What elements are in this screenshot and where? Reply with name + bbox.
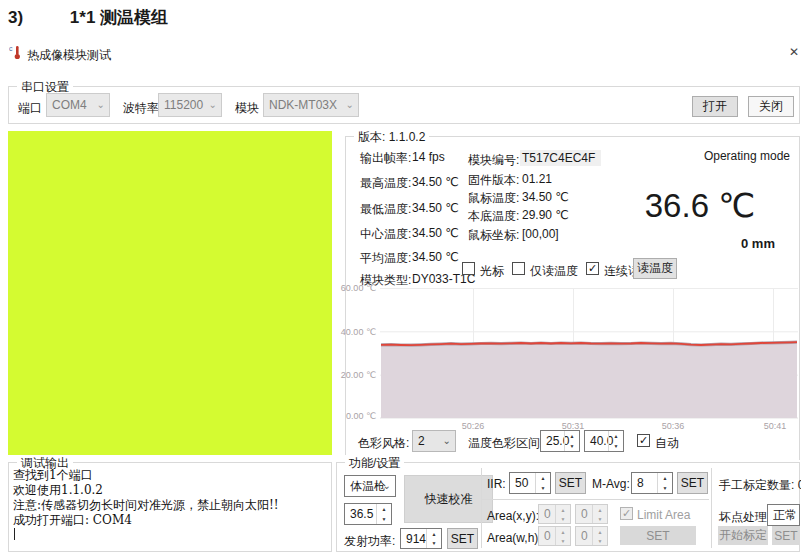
spin-down-icon: ▼ bbox=[536, 483, 550, 493]
manual-calib-count: 手工标定数量: 0 | 0 bbox=[719, 477, 801, 494]
area-y-spinner[interactable]: 0 ▲▼ bbox=[575, 504, 608, 524]
spin-up-icon: ▲ bbox=[658, 473, 672, 483]
port-select[interactable]: COM4 ⌄ bbox=[46, 93, 110, 117]
divider bbox=[481, 468, 482, 548]
min-temp-label: 最低温度: bbox=[360, 201, 411, 218]
open-button[interactable]: 打开 bbox=[692, 96, 738, 117]
operating-mode-text: Operating mode bbox=[630, 149, 790, 163]
continuous-read-checkbox[interactable]: ✓ bbox=[586, 262, 599, 275]
firmware-value: 01.21 bbox=[522, 172, 552, 186]
color-style-label: 色彩风格: bbox=[358, 435, 409, 452]
y-tick-0: 0.00 ℃ bbox=[316, 411, 376, 421]
mavg-label: M-Avg: bbox=[592, 477, 630, 491]
iir-spinner[interactable]: 50 ▲▼ bbox=[509, 472, 551, 494]
module-select[interactable]: NDK-MT03X ⌄ bbox=[263, 93, 359, 117]
spin-up-icon: ▲ bbox=[593, 527, 607, 536]
center-temp-value: 34.50 ℃ bbox=[412, 226, 459, 240]
firmware-label: 固件版本: bbox=[468, 172, 519, 189]
window-title: 热成像模块测试 bbox=[27, 47, 111, 64]
close-button[interactable]: 关闭 bbox=[748, 96, 794, 117]
text-caret bbox=[14, 528, 15, 540]
min-temp-value: 34.50 ℃ bbox=[412, 201, 459, 215]
spin-up-icon: ▲ bbox=[556, 505, 570, 514]
baud-label: 波特率 bbox=[123, 100, 159, 117]
mavg-set-button[interactable]: SET bbox=[677, 472, 708, 494]
area-w-spinner[interactable]: 0 ▲▼ bbox=[538, 526, 571, 546]
spin-up-icon: ▲ bbox=[609, 431, 623, 441]
temp-chart-svg[interactable] bbox=[380, 288, 798, 419]
chevron-down-icon: ⌄ bbox=[787, 509, 795, 520]
emit-power-label: 发射功率: bbox=[344, 533, 395, 550]
spin-down-icon: ▼ bbox=[593, 514, 607, 523]
auto-checkbox[interactable]: ✓ bbox=[637, 434, 650, 447]
x-tick-4: 50:41 bbox=[755, 421, 795, 431]
spin-up-icon: ▲ bbox=[565, 431, 579, 441]
thermometer-icon: c bbox=[9, 45, 22, 60]
spin-up-icon: ▲ bbox=[556, 527, 570, 536]
baud-select[interactable]: 115200 ⌄ bbox=[158, 93, 222, 117]
background-temp-label: 本底温度: bbox=[468, 208, 519, 225]
quick-calibrate-button[interactable]: 快速校准 bbox=[404, 475, 493, 523]
measure-mode-select[interactable]: 体温枪 ⌄ bbox=[344, 475, 396, 497]
debug-output-text[interactable]: 查找到1个端口 欢迎使用1.1.0.2 注意:传感器切勿长时间对准光源，禁止朝向… bbox=[13, 468, 323, 528]
svg-text:c: c bbox=[9, 45, 13, 52]
emit-power-set-button[interactable]: SET bbox=[447, 528, 478, 549]
distance-display: 0 mm bbox=[660, 236, 775, 251]
spin-down-icon: ▼ bbox=[556, 514, 570, 523]
y-tick-20: 20.00 ℃ bbox=[316, 370, 376, 380]
frame-rate-value: 14 fps bbox=[412, 150, 445, 164]
divider bbox=[711, 468, 712, 548]
big-temperature-display: 36.6 ℃ bbox=[620, 186, 780, 225]
avg-temp-label: 平均温度: bbox=[360, 250, 411, 267]
spin-down-icon: ▼ bbox=[377, 514, 391, 524]
range-min-spinner[interactable]: 25.0 ▲▼ bbox=[540, 430, 580, 452]
mouse-temp-label: 鼠标温度: bbox=[468, 190, 519, 207]
spin-down-icon: ▼ bbox=[565, 441, 579, 451]
chevron-down-icon: ⌄ bbox=[97, 99, 105, 110]
thermal-image-view[interactable] bbox=[8, 131, 332, 455]
background-temp-value: 29.90 ℃ bbox=[522, 208, 569, 222]
read-only-checkbox[interactable]: ✓ bbox=[512, 262, 525, 275]
y-tick-60: 60.00 ℃ bbox=[316, 283, 376, 293]
spin-down-icon: ▼ bbox=[658, 483, 672, 493]
page-title: 1*1 测温模组 bbox=[70, 8, 168, 27]
area-x-spinner[interactable]: 0 ▲▼ bbox=[538, 504, 571, 524]
read-only-checkbox-label: 仅读温度 bbox=[530, 263, 578, 280]
module-id-label: 模块编号: bbox=[468, 152, 519, 169]
spin-up-icon: ▲ bbox=[593, 505, 607, 514]
center-temp-label: 中心温度: bbox=[360, 226, 411, 243]
module-id-value: T517C4EC4F bbox=[520, 150, 601, 166]
frame-rate-label: 输出帧率: bbox=[360, 150, 411, 167]
spin-down-icon: ▼ bbox=[556, 536, 570, 545]
chevron-down-icon: ⌄ bbox=[443, 435, 451, 446]
y-tick-40: 40.00 ℃ bbox=[316, 327, 376, 337]
mouse-temp-value: 34.50 ℃ bbox=[522, 190, 569, 204]
area-set-button[interactable]: SET bbox=[620, 526, 696, 545]
start-calib-button[interactable]: 开始标定 bbox=[718, 526, 768, 545]
max-temp-value: 34.50 ℃ bbox=[412, 175, 459, 189]
chevron-down-icon: ⌄ bbox=[383, 480, 391, 491]
cursor-checkbox[interactable]: ✓ bbox=[462, 262, 475, 275]
area-wh-label: Area(w,h): bbox=[487, 531, 542, 545]
spin-up-icon: ▲ bbox=[377, 504, 391, 514]
iir-set-button[interactable]: SET bbox=[555, 472, 586, 494]
functions-group-title: 功能/设置 bbox=[345, 455, 404, 472]
badpixel-select[interactable]: 正常 ⌄ bbox=[767, 504, 800, 526]
mouse-coord-value: [00,00] bbox=[522, 227, 559, 241]
close-icon[interactable]: ✕ bbox=[789, 45, 799, 59]
module-label: 模块 bbox=[235, 100, 259, 117]
mavg-spinner[interactable]: 8 ▲▼ bbox=[631, 472, 673, 494]
read-temp-button[interactable]: 读温度 bbox=[633, 258, 677, 279]
emit-power-spinner[interactable]: 914 ▲▼ bbox=[400, 528, 442, 549]
spin-down-icon: ▼ bbox=[427, 539, 441, 549]
color-style-select[interactable]: 2 ⌄ bbox=[412, 430, 456, 452]
limit-area-checkbox[interactable]: ✓ bbox=[620, 507, 633, 520]
divider bbox=[482, 499, 709, 500]
spin-down-icon: ▼ bbox=[593, 536, 607, 545]
calib-set-button[interactable]: SET bbox=[772, 526, 800, 545]
area-h-spinner[interactable]: 0 ▲▼ bbox=[575, 526, 608, 546]
temp-area-fill bbox=[381, 342, 797, 418]
max-temp-label: 最高温度: bbox=[360, 175, 411, 192]
range-max-spinner[interactable]: 40.0 ▲▼ bbox=[584, 430, 624, 452]
body-temp-spinner[interactable]: 36.5 ▲▼ bbox=[344, 503, 392, 525]
